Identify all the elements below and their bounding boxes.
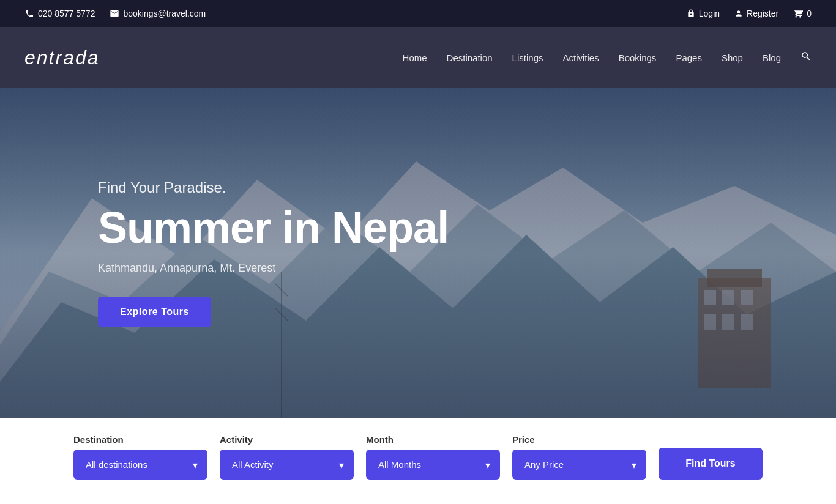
- hero-tagline: Find Your Paradise.: [98, 179, 449, 196]
- nav-listings[interactable]: Listings: [512, 53, 543, 63]
- price-select-wrapper: Any Price: [512, 450, 646, 480]
- activity-select[interactable]: All Activity: [220, 450, 354, 480]
- phone-number: 020 8577 5772: [38, 9, 95, 18]
- hero-section: Find Your Paradise. Summer in Nepal Kath…: [0, 88, 836, 418]
- main-nav: Home Destination Listings Activities Boo…: [403, 51, 812, 65]
- destination-field: Destination All destinations: [73, 434, 207, 480]
- cart-count: 0: [807, 9, 812, 18]
- destination-select[interactable]: All destinations: [73, 450, 207, 480]
- find-tours-button[interactable]: Find Tours: [659, 448, 763, 480]
- activity-select-wrapper: All Activity: [220, 450, 354, 480]
- phone-icon: [24, 9, 34, 18]
- destination-label: Destination: [73, 434, 207, 445]
- price-select[interactable]: Any Price: [512, 450, 646, 480]
- nav-blog[interactable]: Blog: [763, 53, 781, 63]
- login-label: Login: [699, 9, 720, 18]
- header: entrada Home Destination Listings Activi…: [0, 27, 836, 88]
- search-icon[interactable]: [801, 51, 812, 65]
- nav-home[interactable]: Home: [403, 53, 427, 63]
- month-select[interactable]: All Months: [366, 450, 500, 480]
- activity-label: Activity: [220, 434, 354, 445]
- top-bar-left: 020 8577 5772 bookings@travel.com: [24, 9, 206, 18]
- nav-bookings[interactable]: Bookings: [619, 53, 657, 63]
- search-section: Destination All destinations Activity Al…: [0, 418, 836, 504]
- destination-select-wrapper: All destinations: [73, 450, 207, 480]
- month-select-wrapper: All Months: [366, 450, 500, 480]
- login-link[interactable]: Login: [687, 9, 720, 18]
- activity-field: Activity All Activity: [220, 434, 354, 480]
- register-label: Register: [747, 9, 778, 18]
- lock-icon: [687, 9, 695, 18]
- cart-link[interactable]: 0: [793, 9, 812, 18]
- logo[interactable]: entrada: [24, 46, 100, 69]
- hero-subtitle: Kathmandu, Annapurna, Mt. Everest: [98, 262, 449, 275]
- cart-icon: [793, 9, 803, 18]
- nav-activities[interactable]: Activities: [562, 53, 599, 63]
- price-label: Price: [512, 434, 646, 445]
- hero-title: Summer in Nepal: [98, 204, 449, 252]
- phone-link[interactable]: 020 8577 5772: [24, 9, 95, 18]
- month-field: Month All Months: [366, 434, 500, 480]
- explore-tours-button[interactable]: Explore Tours: [98, 297, 211, 327]
- month-label: Month: [366, 434, 500, 445]
- nav-destination[interactable]: Destination: [447, 53, 493, 63]
- nav-shop[interactable]: Shop: [722, 53, 743, 63]
- register-link[interactable]: Register: [734, 9, 778, 18]
- top-bar: 020 8577 5772 bookings@travel.com Login …: [0, 0, 836, 27]
- mail-icon: [110, 9, 119, 18]
- email-address: bookings@travel.com: [123, 9, 206, 18]
- hero-content: Find Your Paradise. Summer in Nepal Kath…: [0, 179, 547, 327]
- nav-pages[interactable]: Pages: [676, 53, 702, 63]
- top-bar-right: Login Register 0: [687, 9, 812, 18]
- email-link[interactable]: bookings@travel.com: [110, 9, 206, 18]
- price-field: Price Any Price: [512, 434, 646, 480]
- user-icon: [734, 9, 743, 18]
